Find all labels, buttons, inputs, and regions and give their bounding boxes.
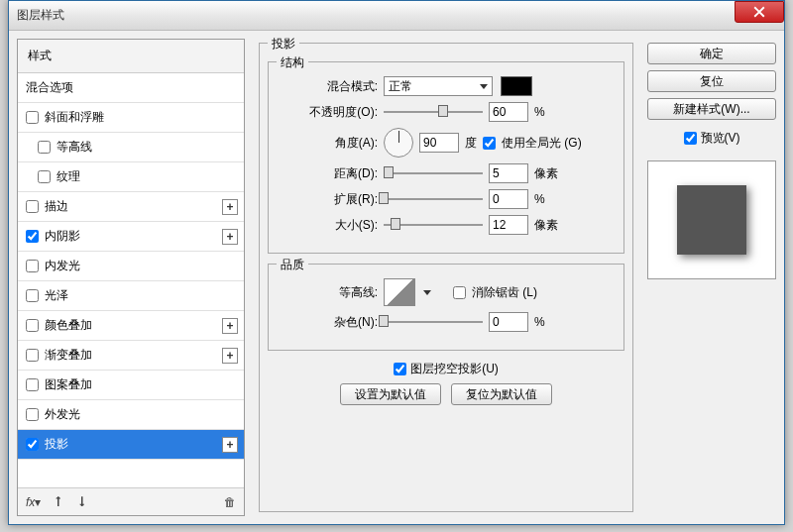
add-effect-icon[interactable]: +: [222, 318, 238, 334]
window-title: 图层样式: [17, 7, 64, 24]
opacity-slider[interactable]: [384, 105, 483, 119]
shadow-color-swatch[interactable]: [501, 76, 532, 96]
add-effect-icon[interactable]: +: [222, 199, 238, 215]
new-style-button[interactable]: 新建样式(W)...: [647, 98, 776, 120]
style-item-10[interactable]: 外发光: [18, 400, 244, 430]
style-label: 描边: [45, 198, 68, 215]
style-item-2[interactable]: 纹理: [18, 162, 244, 192]
global-light-label: 使用全局光 (G): [502, 135, 582, 152]
style-item-3[interactable]: 描边+: [18, 192, 244, 222]
action-buttons: 确定 复位 新建样式(W)... 预览(V): [647, 39, 776, 516]
ok-button[interactable]: 确定: [647, 43, 776, 64]
styles-sidebar: 样式 混合选项 斜面和浮雕等高线纹理描边+内阴影+内发光光泽颜色叠加+渐变叠加+…: [17, 39, 245, 516]
angle-label: 角度(A):: [279, 135, 378, 152]
size-input[interactable]: [489, 215, 528, 235]
sidebar-footer: fx▾ 🠕 🠗 🗑: [18, 487, 244, 515]
cancel-button[interactable]: 复位: [647, 70, 776, 92]
add-effect-icon[interactable]: +: [222, 229, 238, 245]
style-checkbox[interactable]: [26, 200, 39, 213]
style-label: 渐变叠加: [45, 347, 92, 364]
structure-group: 结构 混合模式: 正常 不透明度(O): % 角度(A):: [268, 61, 624, 254]
noise-input[interactable]: [489, 312, 528, 332]
contour-label: 等高线:: [279, 284, 378, 301]
content: 样式 混合选项 斜面和浮雕等高线纹理描边+内阴影+内发光光泽颜色叠加+渐变叠加+…: [9, 31, 784, 524]
style-label: 颜色叠加: [45, 317, 92, 334]
style-checkbox[interactable]: [26, 378, 39, 391]
preview-box: [647, 160, 776, 279]
knockout-label: 图层挖空投影(U): [410, 361, 499, 377]
style-checkbox[interactable]: [26, 289, 39, 302]
style-item-5[interactable]: 内发光: [18, 252, 244, 281]
antialias-label: 消除锯齿 (L): [472, 284, 537, 301]
spread-label: 扩展(R):: [279, 191, 378, 208]
styles-list: 样式 混合选项 斜面和浮雕等高线纹理描边+内阴影+内发光光泽颜色叠加+渐变叠加+…: [18, 40, 244, 487]
size-label: 大小(S):: [279, 217, 378, 234]
add-effect-icon[interactable]: +: [222, 437, 238, 453]
move-down-icon[interactable]: 🠗: [76, 495, 88, 509]
style-item-1[interactable]: 等高线: [18, 133, 244, 162]
style-item-0[interactable]: 斜面和浮雕: [18, 103, 244, 133]
add-effect-icon[interactable]: +: [222, 348, 238, 364]
angle-dial[interactable]: [384, 128, 413, 158]
styles-header[interactable]: 样式: [18, 40, 244, 73]
style-checkbox[interactable]: [26, 349, 39, 362]
make-default-button[interactable]: 设置为默认值: [340, 383, 441, 405]
style-checkbox[interactable]: [38, 141, 51, 154]
size-slider[interactable]: [384, 218, 483, 232]
style-checkbox[interactable]: [38, 170, 51, 183]
angle-input[interactable]: [419, 133, 459, 153]
close-button[interactable]: [735, 1, 784, 23]
global-light-checkbox[interactable]: [483, 137, 496, 150]
style-checkbox[interactable]: [26, 260, 39, 272]
close-icon: [753, 6, 765, 18]
effect-settings: 投影 结构 混合模式: 正常 不透明度(O): %: [253, 39, 639, 516]
style-item-7[interactable]: 颜色叠加+: [18, 311, 244, 341]
titlebar[interactable]: 图层样式: [9, 1, 784, 31]
distance-slider[interactable]: [384, 166, 483, 180]
preview-checkbox[interactable]: [684, 132, 697, 145]
panel-title: 投影: [268, 36, 299, 53]
style-checkbox[interactable]: [26, 111, 39, 124]
style-label: 内发光: [45, 258, 80, 274]
blending-options[interactable]: 混合选项: [18, 73, 244, 103]
style-checkbox[interactable]: [26, 408, 39, 421]
fx-menu-icon[interactable]: fx▾: [26, 495, 41, 509]
distance-label: 距离(D):: [279, 165, 378, 182]
quality-group: 品质 等高线: 消除锯齿 (L) 杂色(N): %: [268, 264, 624, 351]
knockout-checkbox[interactable]: [394, 363, 406, 375]
style-checkbox[interactable]: [26, 319, 39, 332]
noise-slider[interactable]: [384, 315, 483, 329]
noise-label: 杂色(N):: [279, 314, 378, 331]
style-item-11[interactable]: 投影+: [18, 430, 244, 460]
blend-mode-label: 混合模式:: [279, 78, 378, 95]
move-up-icon[interactable]: 🠕: [53, 495, 64, 509]
chevron-down-icon[interactable]: [423, 290, 431, 295]
style-label: 图案叠加: [45, 376, 92, 393]
opacity-label: 不透明度(O):: [279, 104, 378, 121]
blend-mode-dropdown[interactable]: 正常: [384, 76, 493, 96]
style-item-4[interactable]: 内阴影+: [18, 222, 244, 252]
style-label: 斜面和浮雕: [45, 109, 104, 126]
spread-input[interactable]: [489, 189, 528, 209]
style-item-9[interactable]: 图案叠加: [18, 371, 244, 400]
style-item-8[interactable]: 渐变叠加+: [18, 341, 244, 371]
reset-default-button[interactable]: 复位为默认值: [451, 383, 552, 405]
style-item-6[interactable]: 光泽: [18, 281, 244, 311]
style-label: 外发光: [45, 406, 80, 423]
spread-slider[interactable]: [384, 192, 483, 206]
style-label: 光泽: [45, 287, 68, 304]
contour-picker[interactable]: [384, 278, 415, 306]
distance-input[interactable]: [489, 163, 528, 183]
style-label: 投影: [45, 436, 68, 453]
style-checkbox[interactable]: [26, 438, 39, 451]
style-label: 内阴影: [45, 228, 80, 245]
trash-icon[interactable]: 🗑: [224, 495, 236, 509]
antialias-checkbox[interactable]: [453, 286, 466, 299]
layer-style-dialog: 图层样式 样式 混合选项 斜面和浮雕等高线纹理描边+内阴影+内发光光泽颜色叠加+…: [8, 0, 785, 525]
style-checkbox[interactable]: [26, 230, 39, 243]
preview-swatch: [677, 185, 746, 255]
style-label: 纹理: [57, 168, 80, 185]
style-label: 等高线: [57, 139, 92, 156]
preview-label: 预览(V): [701, 130, 740, 147]
opacity-input[interactable]: [489, 102, 528, 122]
